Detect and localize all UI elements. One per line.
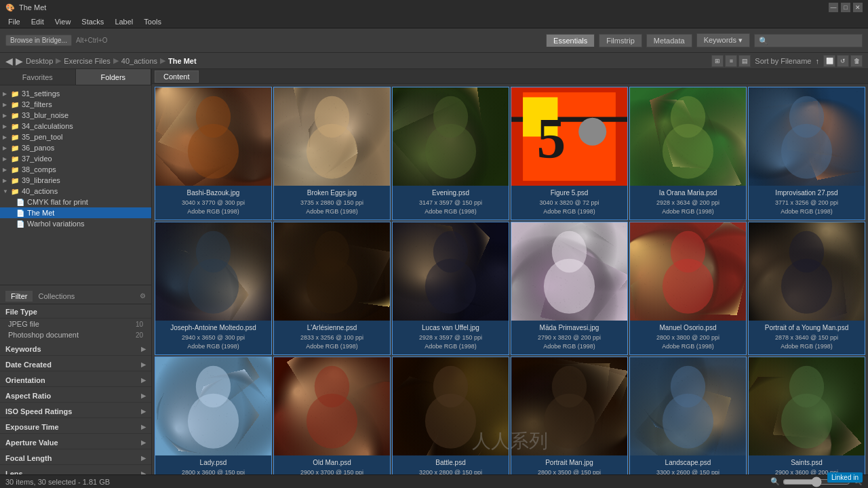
menu-label[interactable]: Label [109, 16, 138, 27]
collections-tab[interactable]: Collections [33, 291, 80, 302]
filter-header: Filter Collections ⚙ [0, 288, 151, 304]
image-cell-manuel[interactable]: Manuel Osorio.psd 2800 x 3800 @ 200 ppi … [629, 222, 747, 355]
folder-36-panos[interactable]: ▶ 📁 36_panos [0, 142, 151, 153]
panel-tabs: Favorites Folders [0, 69, 151, 85]
close-button[interactable]: ✕ [853, 3, 863, 12]
iso-section-title[interactable]: ISO Speed Ratings ▶ [0, 405, 151, 418]
tab-essentials[interactable]: Essentials [546, 34, 595, 47]
folder-35-pen[interactable]: ▶ 📁 35_pen_tool [0, 131, 151, 142]
thumbnail-bashi [155, 87, 271, 186]
filter-jpeg[interactable]: JPEG file 10 [0, 319, 151, 329]
minimize-button[interactable]: — [829, 3, 838, 12]
left-panel: Favorites Folders ▶ 📁 31_settings ▶ 📁 32… [0, 69, 152, 474]
folder-34-calc[interactable]: ▶ 📁 34_calculations [0, 121, 151, 131]
image-cell-figure5[interactable]: Figure 5.psd 3040 x 3820 @ 72 ppi Adobe … [511, 87, 628, 220]
image-cell-portrait-man[interactable]: Portrait Man.jpg 2800 x 3500 @ 150 ppi A… [511, 357, 628, 474]
breadcrumb-themet[interactable]: The Met [168, 57, 197, 65]
nav-back-button[interactable]: ◀ [5, 56, 13, 66]
folder-40-actions[interactable]: ▼ 📁 40_actions [0, 186, 151, 197]
filter-tab[interactable]: Filter [5, 291, 33, 302]
filter-section-orientation: Orientation ▶ [0, 373, 151, 388]
aperture-section-title[interactable]: Aperture Value ▶ [0, 436, 151, 449]
browse-in-bridge-button[interactable]: Browse in Bridge... [5, 35, 72, 46]
image-cell-arlesienne[interactable]: L'Arlésienne.psd 2833 x 3256 @ 100 ppi A… [273, 222, 391, 355]
filter-section-filetype: File Type JPEG file 10 Photoshop documen… [0, 304, 151, 342]
keywords-section-title[interactable]: Keywords ▶ [0, 343, 151, 356]
breadcrumb-desktop[interactable]: Desktop [26, 57, 53, 65]
content-tab[interactable]: Content [155, 70, 199, 83]
folder-tree: ▶ 📁 31_settings ▶ 📁 32_filters ▶ 📁 33_bl… [0, 85, 151, 285]
breadcrumb-exercise-files[interactable]: Exercise Files [64, 57, 110, 65]
image-cell-mada[interactable]: Mäda Primavesi.jpg 2790 x 3820 @ 200 ppi… [511, 222, 628, 355]
image-cell-portrait-young[interactable]: Portrait of a Young Man.psd 2878 x 3640 … [748, 222, 865, 355]
app-icon: 🎨 [5, 3, 15, 12]
image-cell-lady[interactable]: Lady.psd 2800 x 3600 @ 150 ppi Adobe RGB… [155, 357, 272, 474]
folder-themet[interactable]: 📄 The Met [0, 207, 151, 218]
menu-stacks[interactable]: Stacks [76, 16, 109, 27]
focal-section-title[interactable]: Focal Length ▶ [0, 452, 151, 465]
image-cell-moltedo[interactable]: Joseph-Antoine Moltedo.psd 2940 x 3650 @… [155, 222, 272, 355]
expand-icon: ▶ [3, 156, 9, 162]
tab-keywords[interactable]: Keywords ▾ [696, 33, 750, 47]
expand-icon: ▶ [3, 178, 9, 184]
folder-33-blur[interactable]: ▶ 📁 33_blur_noise [0, 110, 151, 121]
menu-tools[interactable]: Tools [138, 16, 167, 27]
thumbnail-lady [155, 357, 271, 455]
status-bar: 30 items, 30 selected - 1.81 GB 🔍 🔍 Link… [0, 474, 868, 488]
nav-forward-button[interactable]: ▶ [16, 56, 23, 66]
delete-icon[interactable]: 🗑 [850, 55, 863, 67]
filter-psd[interactable]: Photoshop document 20 [0, 329, 151, 340]
view-detail-icon[interactable]: ▤ [738, 55, 751, 67]
lens-section-title[interactable]: Lens ▶ [0, 468, 151, 474]
folder-icon: 📁 [11, 144, 19, 152]
sort-direction-icon[interactable]: ↑ [816, 57, 820, 65]
aspectratio-section-title[interactable]: Aspect Ratio ▶ [0, 390, 151, 403]
image-cell-evening[interactable]: Evening.psd 3147 x 3597 @ 150 ppi Adobe … [392, 87, 509, 220]
image-cell-saints[interactable]: Saints.psd 2900 x 3600 @ 200 ppi Adobe R… [748, 357, 865, 474]
breadcrumb-40actions[interactable]: 40_actions [121, 57, 157, 65]
title-bar: 🎨 The Met — □ ✕ [0, 0, 868, 15]
rotate-icon[interactable]: ↺ [837, 55, 849, 67]
exposure-section-title[interactable]: Exposure Time ▶ [0, 421, 151, 434]
folder-39-libraries[interactable]: ▶ 📁 39_libraries [0, 175, 151, 186]
image-cell-battle[interactable]: Battle.psd 3200 x 2800 @ 150 ppi Adobe R… [392, 357, 509, 474]
image-cell-broken-eggs[interactable]: Broken Eggs.jpg 3735 x 2880 @ 150 ppi Ad… [273, 87, 391, 220]
menu-file[interactable]: File [3, 16, 26, 27]
content-area: Content Bashi-Bazouk.jpg 3040 x 3770 @ 3… [152, 69, 868, 474]
menu-view[interactable]: View [50, 16, 77, 27]
image-cell-ia-orana[interactable]: Ia Orana Maria.psd 2928 x 3634 @ 200 ppi… [629, 87, 747, 220]
folder-37-video[interactable]: ▶ 📁 37_video [0, 153, 151, 164]
folder-31-settings[interactable]: ▶ 📁 31_settings [0, 88, 151, 99]
search-input[interactable] [754, 34, 863, 47]
folder-32-filters[interactable]: ▶ 📁 32_filters [0, 99, 151, 110]
thumbnail-lucas [393, 222, 509, 321]
folder-cmyk[interactable]: 📄 CMYK flat for print [0, 197, 151, 207]
tab-filmstrip[interactable]: Filmstrip [599, 34, 642, 47]
filter-icon[interactable]: ⬜ [823, 55, 835, 67]
file-icon: 📄 [16, 199, 24, 206]
menu-edit[interactable]: Edit [26, 16, 50, 27]
image-cell-bashi[interactable]: Bashi-Bazouk.jpg 3040 x 3770 @ 300 ppi A… [155, 87, 272, 220]
view-list-icon[interactable]: ≡ [725, 55, 737, 67]
favorites-tab[interactable]: Favorites [0, 69, 76, 85]
folders-tab[interactable]: Folders [76, 69, 152, 85]
filetype-section-title[interactable]: File Type [0, 306, 151, 319]
thumbnail-mada [511, 222, 627, 321]
filter-section-focal: Focal Length ▶ [0, 451, 151, 466]
image-cell-improv27[interactable]: Improvisation 27.psd 3771 x 3256 @ 200 p… [748, 87, 865, 220]
image-cell-oldman[interactable]: Old Man.psd 2900 x 3700 @ 150 ppi Adobe … [273, 357, 391, 474]
folder-38-comps[interactable]: ▶ 📁 38_comps [0, 164, 151, 175]
window-controls: — □ ✕ [829, 3, 863, 12]
filter-section-aspectratio: Aspect Ratio ▶ [0, 388, 151, 404]
tab-metadata[interactable]: Metadata [646, 34, 692, 47]
filter-options-icon[interactable]: ⚙ [140, 292, 146, 300]
expand-icon: ▶ [3, 102, 9, 108]
nav-bar: ◀ ▶ Desktop ▶ Exercise Files ▶ 40_action… [0, 53, 868, 69]
folder-warhol[interactable]: 📄 Warhol variations [0, 218, 151, 229]
datecreated-section-title[interactable]: Date Created ▶ [0, 359, 151, 371]
maximize-button[interactable]: □ [841, 3, 850, 12]
image-cell-lucas[interactable]: Lucas van Uffel.jpg 2928 x 3597 @ 150 pp… [392, 222, 509, 355]
view-grid-icon[interactable]: ⊞ [711, 55, 724, 67]
orientation-section-title[interactable]: Orientation ▶ [0, 374, 151, 387]
image-cell-landscape[interactable]: Landscape.psd 3300 x 2600 @ 150 ppi Adob… [629, 357, 747, 474]
